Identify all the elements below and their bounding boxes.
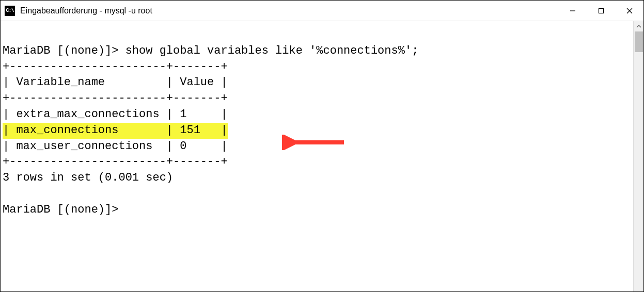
- table-border-mid: +-----------------------+-------+: [3, 92, 228, 105]
- close-button[interactable]: [615, 1, 643, 21]
- terminal-area[interactable]: MariaDB [(none)]> show global variables …: [1, 21, 643, 291]
- prompt-line-2: MariaDB [(none)]>: [3, 203, 125, 216]
- terminal-content: MariaDB [(none)]> show global variables …: [3, 27, 643, 218]
- table-row: | max_user_connections | 0 |: [3, 140, 228, 153]
- vertical-scrollbar[interactable]: [633, 21, 643, 291]
- scroll-thumb[interactable]: [635, 31, 643, 52]
- cmd-icon: C:\: [5, 6, 15, 16]
- table-header: | Variable_name | Value |: [3, 76, 228, 89]
- table-border-bot: +-----------------------+-------+: [3, 155, 228, 168]
- maximize-icon: [598, 7, 605, 14]
- result-summary: 3 rows in set (0.001 sec): [3, 171, 173, 184]
- scroll-up-button[interactable]: [634, 21, 643, 31]
- minimize-icon: [569, 7, 576, 14]
- table-row-highlighted: | max_connections | 151 |: [3, 123, 228, 139]
- window-controls: [558, 1, 643, 21]
- svg-rect-1: [599, 8, 603, 13]
- prompt-line-1: MariaDB [(none)]> show global variables …: [3, 44, 418, 57]
- window-title: Eingabeaufforderung - mysql -u root: [20, 6, 558, 15]
- table-row: | extra_max_connections | 1 |: [3, 108, 228, 121]
- close-icon: [626, 7, 633, 14]
- maximize-button[interactable]: [587, 1, 615, 21]
- minimize-button[interactable]: [558, 1, 587, 21]
- table-border-top: +-----------------------+-------+: [3, 60, 228, 73]
- chevron-up-icon: [636, 24, 641, 29]
- window-titlebar: C:\ Eingabeaufforderung - mysql -u root: [1, 1, 643, 21]
